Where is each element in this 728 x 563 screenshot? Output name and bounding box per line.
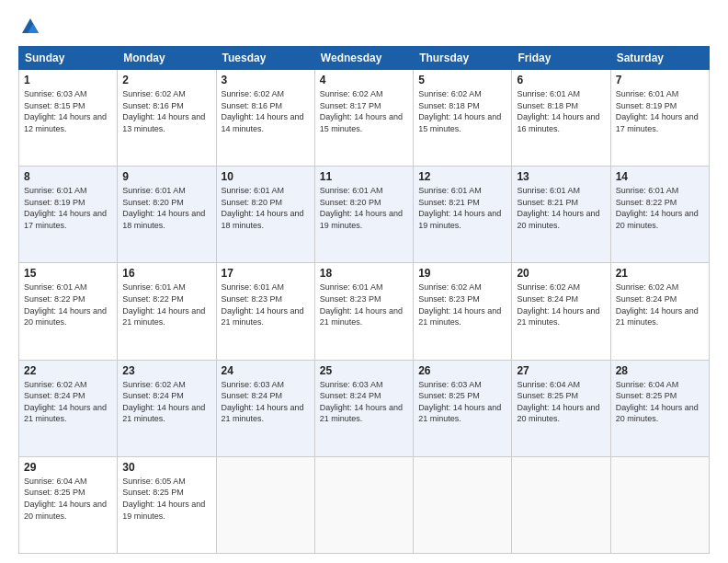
calendar-cell: 22 Sunrise: 6:02 AMSunset: 8:24 PMDaylig…	[19, 360, 118, 456]
day-number: 21	[616, 267, 704, 280]
day-info: Sunrise: 6:02 AMSunset: 8:17 PMDaylight:…	[320, 89, 403, 133]
day-number: 14	[616, 170, 704, 183]
calendar-cell: 4 Sunrise: 6:02 AMSunset: 8:17 PMDayligh…	[314, 70, 413, 167]
calendar-cell: 17 Sunrise: 6:01 AMSunset: 8:23 PMDaylig…	[216, 263, 314, 360]
weekday-header: Sunday	[19, 47, 118, 70]
calendar-cell	[314, 456, 413, 553]
day-number: 10	[222, 170, 310, 183]
day-number: 3	[222, 74, 310, 86]
day-number: 27	[517, 364, 605, 377]
calendar-cell: 6 Sunrise: 6:01 AMSunset: 8:18 PMDayligh…	[512, 70, 610, 167]
day-info: Sunrise: 6:01 AMSunset: 8:19 PMDaylight:…	[616, 89, 699, 133]
calendar-week-row: 15 Sunrise: 6:01 AMSunset: 8:22 PMDaylig…	[19, 263, 710, 360]
day-info: Sunrise: 6:01 AMSunset: 8:21 PMDaylight:…	[517, 186, 599, 230]
day-info: Sunrise: 6:03 AMSunset: 8:24 PMDaylight:…	[222, 380, 304, 424]
calendar-cell	[216, 456, 314, 553]
calendar-cell: 26 Sunrise: 6:03 AMSunset: 8:25 PMDaylig…	[414, 360, 512, 456]
weekday-header: Thursday	[414, 47, 512, 70]
day-info: Sunrise: 6:02 AMSunset: 8:24 PMDaylight:…	[517, 282, 599, 327]
day-number: 28	[616, 364, 704, 377]
day-number: 25	[320, 364, 408, 377]
day-number: 1	[24, 74, 112, 86]
logo	[18, 17, 40, 37]
day-number: 6	[517, 74, 605, 86]
day-number: 20	[517, 267, 605, 280]
calendar-week-row: 29 Sunrise: 6:04 AMSunset: 8:25 PMDaylig…	[19, 456, 710, 553]
calendar-table: SundayMondayTuesdayWednesdayThursdayFrid…	[18, 46, 710, 554]
weekday-header: Saturday	[610, 47, 709, 70]
calendar-cell	[512, 456, 610, 553]
day-info: Sunrise: 6:01 AMSunset: 8:23 PMDaylight:…	[222, 282, 304, 327]
calendar-cell: 1 Sunrise: 6:03 AMSunset: 8:15 PMDayligh…	[19, 70, 118, 167]
day-number: 7	[616, 74, 704, 86]
day-number: 22	[24, 364, 112, 377]
day-info: Sunrise: 6:01 AMSunset: 8:20 PMDaylight:…	[320, 186, 403, 230]
calendar-cell: 30 Sunrise: 6:05 AMSunset: 8:25 PMDaylig…	[118, 456, 216, 553]
day-number: 18	[320, 267, 408, 280]
calendar-cell: 25 Sunrise: 6:03 AMSunset: 8:24 PMDaylig…	[314, 360, 413, 456]
day-number: 13	[517, 170, 605, 183]
day-number: 5	[418, 74, 506, 86]
calendar-cell	[610, 456, 709, 553]
calendar-cell: 15 Sunrise: 6:01 AMSunset: 8:22 PMDaylig…	[19, 263, 118, 360]
day-number: 30	[122, 461, 210, 474]
calendar-cell: 29 Sunrise: 6:04 AMSunset: 8:25 PMDaylig…	[19, 456, 118, 553]
calendar-cell: 14 Sunrise: 6:01 AMSunset: 8:22 PMDaylig…	[610, 167, 709, 263]
calendar-week-row: 22 Sunrise: 6:02 AMSunset: 8:24 PMDaylig…	[19, 360, 710, 456]
calendar-cell: 23 Sunrise: 6:02 AMSunset: 8:24 PMDaylig…	[118, 360, 216, 456]
calendar-cell	[414, 456, 512, 553]
calendar-cell: 24 Sunrise: 6:03 AMSunset: 8:24 PMDaylig…	[216, 360, 314, 456]
day-info: Sunrise: 6:01 AMSunset: 8:22 PMDaylight:…	[24, 282, 107, 327]
day-number: 2	[122, 74, 210, 86]
calendar-week-row: 1 Sunrise: 6:03 AMSunset: 8:15 PMDayligh…	[19, 70, 710, 167]
calendar-cell: 16 Sunrise: 6:01 AMSunset: 8:22 PMDaylig…	[118, 263, 216, 360]
day-info: Sunrise: 6:04 AMSunset: 8:25 PMDaylight:…	[616, 380, 699, 424]
day-info: Sunrise: 6:01 AMSunset: 8:19 PMDaylight:…	[24, 186, 107, 230]
day-info: Sunrise: 6:02 AMSunset: 8:24 PMDaylight:…	[24, 380, 107, 424]
calendar-cell: 27 Sunrise: 6:04 AMSunset: 8:25 PMDaylig…	[512, 360, 610, 456]
calendar-week-row: 8 Sunrise: 6:01 AMSunset: 8:19 PMDayligh…	[19, 167, 710, 263]
day-number: 16	[122, 267, 210, 280]
day-info: Sunrise: 6:02 AMSunset: 8:16 PMDaylight:…	[122, 89, 205, 133]
day-info: Sunrise: 6:02 AMSunset: 8:24 PMDaylight:…	[616, 282, 699, 327]
day-number: 17	[222, 267, 310, 280]
calendar-cell: 2 Sunrise: 6:02 AMSunset: 8:16 PMDayligh…	[118, 70, 216, 167]
calendar-cell: 5 Sunrise: 6:02 AMSunset: 8:18 PMDayligh…	[414, 70, 512, 167]
calendar-header-row: SundayMondayTuesdayWednesdayThursdayFrid…	[19, 47, 710, 70]
day-info: Sunrise: 6:02 AMSunset: 8:24 PMDaylight:…	[122, 380, 205, 424]
weekday-header: Wednesday	[314, 47, 413, 70]
day-info: Sunrise: 6:03 AMSunset: 8:15 PMDaylight:…	[24, 89, 107, 133]
calendar-cell: 8 Sunrise: 6:01 AMSunset: 8:19 PMDayligh…	[19, 167, 118, 263]
day-info: Sunrise: 6:01 AMSunset: 8:23 PMDaylight:…	[320, 282, 403, 327]
day-info: Sunrise: 6:01 AMSunset: 8:22 PMDaylight:…	[616, 186, 699, 230]
day-info: Sunrise: 6:02 AMSunset: 8:18 PMDaylight:…	[418, 89, 501, 133]
day-info: Sunrise: 6:05 AMSunset: 8:25 PMDaylight:…	[122, 477, 205, 521]
calendar-cell: 19 Sunrise: 6:02 AMSunset: 8:23 PMDaylig…	[414, 263, 512, 360]
calendar-cell: 7 Sunrise: 6:01 AMSunset: 8:19 PMDayligh…	[610, 70, 709, 167]
calendar-cell: 18 Sunrise: 6:01 AMSunset: 8:23 PMDaylig…	[314, 263, 413, 360]
day-info: Sunrise: 6:04 AMSunset: 8:25 PMDaylight:…	[24, 477, 107, 521]
day-info: Sunrise: 6:01 AMSunset: 8:21 PMDaylight:…	[418, 186, 501, 230]
day-number: 9	[122, 170, 210, 183]
day-info: Sunrise: 6:04 AMSunset: 8:25 PMDaylight:…	[517, 380, 599, 424]
day-info: Sunrise: 6:02 AMSunset: 8:16 PMDaylight:…	[222, 89, 304, 133]
day-number: 29	[24, 461, 112, 474]
weekday-header: Tuesday	[216, 47, 314, 70]
header	[18, 17, 710, 37]
logo-icon	[20, 17, 40, 37]
calendar-cell: 21 Sunrise: 6:02 AMSunset: 8:24 PMDaylig…	[610, 263, 709, 360]
calendar-cell: 20 Sunrise: 6:02 AMSunset: 8:24 PMDaylig…	[512, 263, 610, 360]
day-number: 23	[122, 364, 210, 377]
day-number: 19	[418, 267, 506, 280]
calendar-cell: 3 Sunrise: 6:02 AMSunset: 8:16 PMDayligh…	[216, 70, 314, 167]
weekday-header: Friday	[512, 47, 610, 70]
calendar-cell: 28 Sunrise: 6:04 AMSunset: 8:25 PMDaylig…	[610, 360, 709, 456]
calendar-cell: 12 Sunrise: 6:01 AMSunset: 8:21 PMDaylig…	[414, 167, 512, 263]
day-number: 12	[418, 170, 506, 183]
calendar-cell: 11 Sunrise: 6:01 AMSunset: 8:20 PMDaylig…	[314, 167, 413, 263]
calendar-cell: 10 Sunrise: 6:01 AMSunset: 8:20 PMDaylig…	[216, 167, 314, 263]
calendar-cell: 9 Sunrise: 6:01 AMSunset: 8:20 PMDayligh…	[118, 167, 216, 263]
day-info: Sunrise: 6:02 AMSunset: 8:23 PMDaylight:…	[418, 282, 501, 327]
day-number: 24	[222, 364, 310, 377]
page: SundayMondayTuesdayWednesdayThursdayFrid…	[0, 0, 728, 563]
